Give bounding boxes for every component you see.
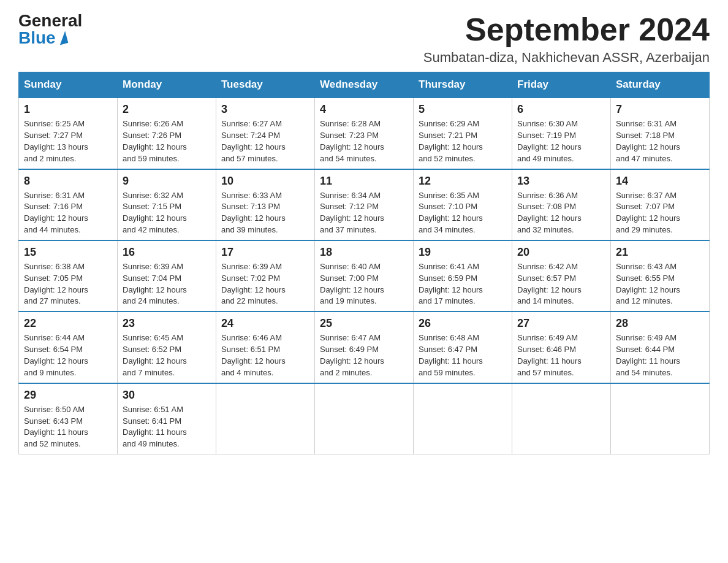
weekday-header-wednesday: Wednesday bbox=[315, 72, 414, 98]
weekday-header-thursday: Thursday bbox=[414, 72, 512, 98]
logo-blue-text: Blue bbox=[18, 29, 67, 47]
logo-triangle-icon bbox=[56, 31, 68, 45]
day-info: Sunrise: 6:49 AMSunset: 6:46 PMDaylight:… bbox=[517, 332, 605, 378]
day-number: 4 bbox=[320, 103, 408, 116]
weekday-header-friday: Friday bbox=[512, 72, 611, 98]
day-number: 24 bbox=[221, 317, 309, 330]
day-number: 3 bbox=[221, 103, 309, 116]
calendar-cell: 5Sunrise: 6:29 AMSunset: 7:21 PMDaylight… bbox=[414, 98, 512, 169]
calendar-cell bbox=[512, 383, 611, 454]
calendar-cell: 17Sunrise: 6:39 AMSunset: 7:02 PMDayligh… bbox=[216, 240, 315, 312]
calendar-cell bbox=[611, 383, 710, 454]
calendar-cell: 3Sunrise: 6:27 AMSunset: 7:24 PMDaylight… bbox=[216, 98, 315, 169]
logo-general-text: General bbox=[18, 12, 82, 29]
weekday-header-row: SundayMondayTuesdayWednesdayThursdayFrid… bbox=[19, 72, 710, 98]
day-info: Sunrise: 6:30 AMSunset: 7:19 PMDaylight:… bbox=[517, 118, 605, 164]
day-number: 29 bbox=[24, 389, 112, 402]
day-number: 7 bbox=[616, 103, 704, 116]
day-number: 11 bbox=[320, 175, 408, 188]
day-number: 8 bbox=[24, 175, 112, 188]
day-number: 26 bbox=[419, 317, 507, 330]
calendar-cell: 4Sunrise: 6:28 AMSunset: 7:23 PMDaylight… bbox=[315, 98, 414, 169]
calendar-cell: 15Sunrise: 6:38 AMSunset: 7:05 PMDayligh… bbox=[19, 240, 118, 312]
calendar-cell: 30Sunrise: 6:51 AMSunset: 6:41 PMDayligh… bbox=[118, 383, 216, 454]
day-number: 16 bbox=[123, 246, 211, 259]
day-info: Sunrise: 6:25 AMSunset: 7:27 PMDaylight:… bbox=[24, 118, 112, 164]
calendar-cell: 21Sunrise: 6:43 AMSunset: 6:55 PMDayligh… bbox=[611, 240, 710, 312]
page-header: General Blue September 2024 Sumbatan-diz… bbox=[18, 12, 710, 66]
calendar-cell: 28Sunrise: 6:49 AMSunset: 6:44 PMDayligh… bbox=[611, 312, 710, 383]
day-info: Sunrise: 6:42 AMSunset: 6:57 PMDaylight:… bbox=[517, 261, 605, 307]
day-info: Sunrise: 6:43 AMSunset: 6:55 PMDaylight:… bbox=[616, 261, 704, 307]
calendar-table: SundayMondayTuesdayWednesdayThursdayFrid… bbox=[18, 72, 710, 454]
calendar-cell: 9Sunrise: 6:32 AMSunset: 7:15 PMDaylight… bbox=[118, 169, 216, 240]
weekday-header-sunday: Sunday bbox=[19, 72, 118, 98]
calendar-cell: 18Sunrise: 6:40 AMSunset: 7:00 PMDayligh… bbox=[315, 240, 414, 312]
calendar-cell bbox=[315, 383, 414, 454]
day-info: Sunrise: 6:32 AMSunset: 7:15 PMDaylight:… bbox=[123, 190, 211, 236]
day-info: Sunrise: 6:35 AMSunset: 7:10 PMDaylight:… bbox=[419, 190, 507, 236]
day-info: Sunrise: 6:39 AMSunset: 7:04 PMDaylight:… bbox=[123, 261, 211, 307]
day-number: 13 bbox=[517, 175, 605, 188]
day-info: Sunrise: 6:47 AMSunset: 6:49 PMDaylight:… bbox=[320, 332, 408, 378]
weekday-header-tuesday: Tuesday bbox=[216, 72, 315, 98]
day-number: 20 bbox=[517, 246, 605, 259]
weekday-header-saturday: Saturday bbox=[611, 72, 710, 98]
calendar-week-3: 15Sunrise: 6:38 AMSunset: 7:05 PMDayligh… bbox=[19, 240, 710, 312]
day-info: Sunrise: 6:34 AMSunset: 7:12 PMDaylight:… bbox=[320, 190, 408, 236]
calendar-week-2: 8Sunrise: 6:31 AMSunset: 7:16 PMDaylight… bbox=[19, 169, 710, 240]
day-info: Sunrise: 6:33 AMSunset: 7:13 PMDaylight:… bbox=[221, 190, 309, 236]
day-number: 10 bbox=[221, 175, 309, 188]
day-number: 9 bbox=[123, 175, 211, 188]
calendar-cell: 2Sunrise: 6:26 AMSunset: 7:26 PMDaylight… bbox=[118, 98, 216, 169]
calendar-cell: 29Sunrise: 6:50 AMSunset: 6:43 PMDayligh… bbox=[19, 383, 118, 454]
day-info: Sunrise: 6:44 AMSunset: 6:54 PMDaylight:… bbox=[24, 332, 112, 378]
calendar-week-5: 29Sunrise: 6:50 AMSunset: 6:43 PMDayligh… bbox=[19, 383, 710, 454]
day-number: 23 bbox=[123, 317, 211, 330]
day-number: 5 bbox=[419, 103, 507, 116]
day-info: Sunrise: 6:45 AMSunset: 6:52 PMDaylight:… bbox=[123, 332, 211, 378]
calendar-cell: 25Sunrise: 6:47 AMSunset: 6:49 PMDayligh… bbox=[315, 312, 414, 383]
calendar-cell: 12Sunrise: 6:35 AMSunset: 7:10 PMDayligh… bbox=[414, 169, 512, 240]
day-info: Sunrise: 6:36 AMSunset: 7:08 PMDaylight:… bbox=[517, 190, 605, 236]
day-number: 22 bbox=[24, 317, 112, 330]
title-area: September 2024 Sumbatan-diza, Nakhicheva… bbox=[423, 12, 710, 66]
location-subtitle: Sumbatan-diza, Nakhichevan ASSR, Azerbai… bbox=[423, 50, 710, 66]
day-number: 27 bbox=[517, 317, 605, 330]
calendar-week-4: 22Sunrise: 6:44 AMSunset: 6:54 PMDayligh… bbox=[19, 312, 710, 383]
day-info: Sunrise: 6:26 AMSunset: 7:26 PMDaylight:… bbox=[123, 118, 211, 164]
day-info: Sunrise: 6:39 AMSunset: 7:02 PMDaylight:… bbox=[221, 261, 309, 307]
calendar-cell: 13Sunrise: 6:36 AMSunset: 7:08 PMDayligh… bbox=[512, 169, 611, 240]
day-info: Sunrise: 6:41 AMSunset: 6:59 PMDaylight:… bbox=[419, 261, 507, 307]
calendar-cell: 8Sunrise: 6:31 AMSunset: 7:16 PMDaylight… bbox=[19, 169, 118, 240]
day-info: Sunrise: 6:31 AMSunset: 7:18 PMDaylight:… bbox=[616, 118, 704, 164]
weekday-header-monday: Monday bbox=[118, 72, 216, 98]
day-number: 28 bbox=[616, 317, 704, 330]
calendar-cell: 16Sunrise: 6:39 AMSunset: 7:04 PMDayligh… bbox=[118, 240, 216, 312]
day-number: 12 bbox=[419, 175, 507, 188]
day-number: 21 bbox=[616, 246, 704, 259]
day-info: Sunrise: 6:48 AMSunset: 6:47 PMDaylight:… bbox=[419, 332, 507, 378]
calendar-week-1: 1Sunrise: 6:25 AMSunset: 7:27 PMDaylight… bbox=[19, 98, 710, 169]
day-info: Sunrise: 6:50 AMSunset: 6:43 PMDaylight:… bbox=[24, 404, 112, 450]
calendar-cell bbox=[216, 383, 315, 454]
calendar-cell: 11Sunrise: 6:34 AMSunset: 7:12 PMDayligh… bbox=[315, 169, 414, 240]
day-info: Sunrise: 6:40 AMSunset: 7:00 PMDaylight:… bbox=[320, 261, 408, 307]
calendar-cell: 7Sunrise: 6:31 AMSunset: 7:18 PMDaylight… bbox=[611, 98, 710, 169]
day-info: Sunrise: 6:28 AMSunset: 7:23 PMDaylight:… bbox=[320, 118, 408, 164]
day-number: 17 bbox=[221, 246, 309, 259]
calendar-cell: 10Sunrise: 6:33 AMSunset: 7:13 PMDayligh… bbox=[216, 169, 315, 240]
calendar-cell: 24Sunrise: 6:46 AMSunset: 6:51 PMDayligh… bbox=[216, 312, 315, 383]
day-info: Sunrise: 6:31 AMSunset: 7:16 PMDaylight:… bbox=[24, 190, 112, 236]
calendar-cell: 1Sunrise: 6:25 AMSunset: 7:27 PMDaylight… bbox=[19, 98, 118, 169]
calendar-cell: 27Sunrise: 6:49 AMSunset: 6:46 PMDayligh… bbox=[512, 312, 611, 383]
day-info: Sunrise: 6:37 AMSunset: 7:07 PMDaylight:… bbox=[616, 190, 704, 236]
calendar-cell: 26Sunrise: 6:48 AMSunset: 6:47 PMDayligh… bbox=[414, 312, 512, 383]
calendar-cell: 6Sunrise: 6:30 AMSunset: 7:19 PMDaylight… bbox=[512, 98, 611, 169]
day-number: 30 bbox=[123, 389, 211, 402]
day-number: 15 bbox=[24, 246, 112, 259]
day-info: Sunrise: 6:51 AMSunset: 6:41 PMDaylight:… bbox=[123, 404, 211, 450]
calendar-cell: 20Sunrise: 6:42 AMSunset: 6:57 PMDayligh… bbox=[512, 240, 611, 312]
day-number: 18 bbox=[320, 246, 408, 259]
calendar-cell: 19Sunrise: 6:41 AMSunset: 6:59 PMDayligh… bbox=[414, 240, 512, 312]
